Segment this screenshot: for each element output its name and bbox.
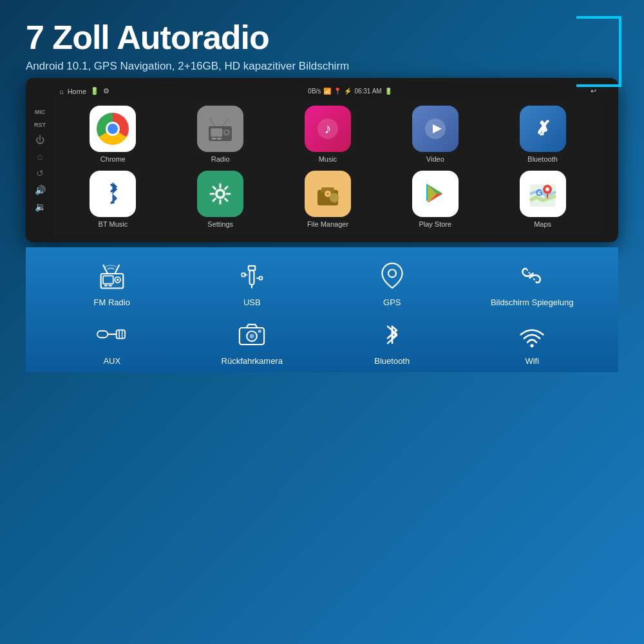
data-rate: 0B/s <box>308 88 321 95</box>
bluetooth-icon: ✗ <box>520 106 566 152</box>
app-btmusic[interactable]: BT Music <box>63 171 163 228</box>
page-subtitle: Android 10.1, GPS Navigation, 2+16GB, HD… <box>26 60 618 73</box>
mirroring-label: Bildschirm Spiegelung <box>491 298 574 307</box>
vol-down-button[interactable]: 🔉 <box>35 202 46 212</box>
rst-label: RST <box>34 122 46 128</box>
svg-text:G: G <box>536 187 543 198</box>
fmradio-icon <box>95 259 129 292</box>
back-side-button[interactable]: ↺ <box>36 168 44 178</box>
svg-text:♪: ♪ <box>324 120 331 137</box>
svg-line-22 <box>213 199 216 202</box>
maps-label: Maps <box>534 220 551 228</box>
feature-bluetooth: Bluetooth <box>325 317 459 366</box>
app-radio[interactable]: Radio <box>171 106 270 163</box>
svg-point-3 <box>225 131 229 134</box>
svg-point-47 <box>260 276 263 279</box>
settings-label: Settings <box>207 220 233 228</box>
svg-point-58 <box>258 330 261 333</box>
app-playstore[interactable]: Play Store <box>385 171 485 228</box>
usb-icon <box>235 259 269 292</box>
wifi-icon <box>515 317 549 351</box>
power-button[interactable]: ⏻ <box>35 135 44 145</box>
app-music[interactable]: ♪ Music <box>278 106 378 163</box>
svg-line-19 <box>213 187 216 189</box>
svg-rect-1 <box>211 128 222 137</box>
wifi-label: Wifi <box>525 356 539 366</box>
svg-rect-38 <box>109 285 112 286</box>
battery-icon: 🔋 <box>90 87 99 95</box>
radio-label: Radio <box>211 155 230 163</box>
svg-point-36 <box>117 279 118 281</box>
svg-rect-34 <box>103 276 113 284</box>
bluetooth-status-icon: ⚡ <box>344 88 352 95</box>
btmusic-icon <box>90 171 136 217</box>
btmusic-label: BT Music <box>99 220 128 228</box>
svg-point-59 <box>531 344 534 347</box>
radio-icon <box>197 106 243 152</box>
time-display: 06:31 AM <box>354 88 381 95</box>
screen: ⌂ Home 🔋 ⚙ 0B/s 📶 📍 ⚡ 06:31 AM 🔋 ↩ <box>53 84 603 236</box>
svg-rect-45 <box>242 273 245 276</box>
app-chrome[interactable]: Chrome <box>63 106 163 163</box>
bluetooth-feat-icon <box>375 317 409 351</box>
chrome-icon <box>90 106 136 152</box>
settings-icon <box>197 171 243 217</box>
svg-rect-5 <box>217 138 222 139</box>
app-video[interactable]: Video <box>385 106 485 163</box>
bluetooth-feat-label: Bluetooth <box>374 356 410 366</box>
aux-icon <box>95 317 129 351</box>
bracket-decoration-bottom <box>576 52 621 87</box>
aux-label: AUX <box>103 356 120 366</box>
svg-point-57 <box>250 334 254 339</box>
video-label: Video <box>426 155 444 163</box>
feature-usb: USB <box>185 259 319 307</box>
svg-point-31 <box>545 187 549 191</box>
svg-rect-42 <box>250 270 254 285</box>
camera-icon <box>235 317 269 351</box>
app-filemanager[interactable]: File Manager <box>278 171 378 228</box>
usb-status-icon: ⚙ <box>103 87 109 95</box>
feature-wifi: Wifi <box>466 317 600 366</box>
header: 7 Zoll Autoradio Android 10.1, GPS Navig… <box>26 19 618 73</box>
svg-line-21 <box>225 187 228 189</box>
filemanager-icon <box>305 171 351 217</box>
svg-line-7 <box>223 118 228 126</box>
music-label: Music <box>319 155 337 163</box>
svg-point-28 <box>333 196 336 199</box>
app-grid: Chrome <box>53 98 603 236</box>
gps-icon <box>375 259 409 292</box>
app-maps[interactable]: G Maps <box>493 171 592 228</box>
feature-camera: Rückfahrkamera <box>185 317 319 366</box>
page-container: 7 Zoll Autoradio Android 10.1, GPS Navig… <box>0 0 644 644</box>
home-icon: ⌂ <box>59 88 64 95</box>
car-radio-device: MIC RST ⏻ ⌂ ↺ 🔊 🔉 ⌂ Home 🔋 ⚙ 0B/s 📶 <box>26 78 618 242</box>
chrome-label: Chrome <box>100 155 126 163</box>
playstore-label: Play Store <box>419 220 451 228</box>
vol-up-button[interactable]: 🔊 <box>35 185 46 195</box>
home-side-button[interactable]: ⌂ <box>37 151 43 162</box>
playstore-icon <box>412 171 459 217</box>
page-title: 7 Zoll Autoradio <box>26 19 618 56</box>
svg-point-48 <box>388 270 396 278</box>
bracket-decoration-top <box>576 16 621 52</box>
gps-label: GPS <box>383 298 401 307</box>
mirroring-icon <box>515 259 549 292</box>
video-icon <box>412 106 459 152</box>
svg-point-26 <box>327 193 329 195</box>
music-icon: ♪ <box>305 106 351 152</box>
back-nav-icon[interactable]: ↩ <box>591 87 596 95</box>
feature-mirroring: Bildschirm Spiegelung <box>466 259 600 307</box>
status-right: ↩ <box>591 87 596 95</box>
svg-rect-52 <box>116 330 124 339</box>
camera-label: Rückfahrkamera <box>222 356 283 366</box>
app-settings[interactable]: Settings <box>171 171 270 228</box>
app-bluetooth[interactable]: ✗ Bluetooth <box>493 106 592 163</box>
feature-gps: GPS <box>325 259 459 307</box>
feature-aux: AUX <box>45 317 179 366</box>
features-section: FM Radio USB GPS <box>26 247 618 372</box>
filemanager-label: File Manager <box>307 220 348 228</box>
side-buttons: MIC RST ⏻ ⌂ ↺ 🔊 🔉 <box>31 109 49 212</box>
location-icon: 📍 <box>334 88 341 95</box>
bluetooth-label: Bluetooth <box>527 155 557 163</box>
battery-status-icon: 🔋 <box>384 88 392 95</box>
